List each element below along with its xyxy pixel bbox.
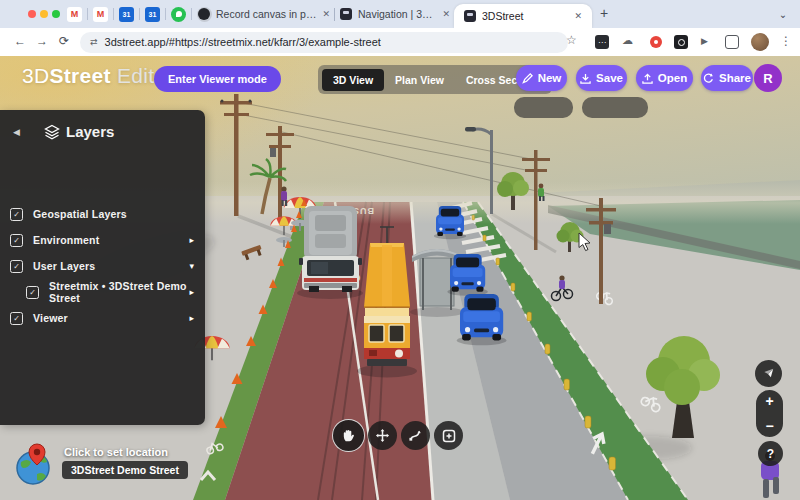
- traffic-zoom-button[interactable]: [52, 10, 60, 18]
- curve-tool-button[interactable]: [401, 421, 430, 450]
- tab-3d-view[interactable]: 3D View: [322, 69, 384, 91]
- calendar-icon[interactable]: 31: [119, 7, 134, 22]
- open-label: Open: [658, 72, 687, 84]
- divider: [334, 8, 335, 21]
- share-icon: [703, 73, 714, 84]
- divider: [191, 8, 192, 20]
- browser-tab[interactable]: Record canvas in posthog - Is ✕: [198, 0, 330, 28]
- layer-row-environment[interactable]: ✓ Environment ▸: [0, 227, 205, 253]
- layer-label: User Layers: [33, 260, 95, 272]
- tab-close-icon[interactable]: ✕: [442, 9, 450, 19]
- gmail-icon[interactable]: M: [67, 7, 82, 22]
- layer-label: Environment: [33, 234, 99, 246]
- zoom-controls: + −: [756, 390, 783, 437]
- share-button[interactable]: Share: [701, 65, 753, 91]
- add-entity-button[interactable]: [434, 421, 463, 450]
- shape-extension-icon[interactable]: [725, 35, 739, 49]
- mouse-cursor: [577, 232, 593, 252]
- reload-icon[interactable]: ⟳: [59, 34, 69, 48]
- calendar-icon[interactable]: 31: [145, 7, 160, 22]
- layer-label: Viewer: [33, 312, 68, 324]
- help-button[interactable]: ?: [758, 441, 783, 466]
- chevron-down-icon[interactable]: ▾: [189, 261, 194, 271]
- chevron-right-icon[interactable]: ▸: [189, 235, 194, 245]
- tab-search-chevron[interactable]: ⌄: [774, 5, 792, 23]
- new-tab-button[interactable]: +: [600, 5, 608, 21]
- ghost-pill: [582, 97, 648, 118]
- share-label: Share: [719, 72, 751, 84]
- open-button[interactable]: Open: [636, 65, 693, 91]
- layer-row-streetmix[interactable]: ✓ Streetmix • 3DStreet Demo Street ▸: [0, 279, 205, 305]
- logo-3d: 3D: [22, 64, 49, 87]
- tab-close-icon[interactable]: ✕: [322, 9, 330, 19]
- new-button[interactable]: New: [516, 65, 567, 91]
- site-favicon: [340, 8, 352, 20]
- street-name-label[interactable]: 3DStreet Demo Street: [62, 461, 188, 479]
- recenter-compass-button[interactable]: [755, 360, 782, 387]
- ghost-pill: [514, 97, 573, 118]
- layers-panel-header: ◀ Layers: [0, 120, 205, 146]
- divider: [87, 8, 88, 20]
- tab-close-icon[interactable]: ✕: [574, 11, 582, 21]
- new-label: New: [538, 72, 562, 84]
- profile-button[interactable]: R: [754, 64, 782, 92]
- curve-icon: [408, 428, 423, 443]
- layer-row-geospatial[interactable]: ✓ Geospatial Layers: [0, 201, 205, 227]
- tab-title: 3DStreet: [482, 10, 568, 22]
- zoom-out-button[interactable]: −: [765, 420, 773, 432]
- checkbox[interactable]: ✓: [10, 234, 23, 247]
- app-logo: 3DStreet Editor: [22, 64, 174, 88]
- layer-row-viewer[interactable]: ✓ Viewer ▸: [0, 305, 205, 331]
- browser-address-bar: ← → ⟳ ⇄ 3dstreet.app/#https://streetmix.…: [0, 28, 800, 56]
- record-extension-icon[interactable]: [650, 36, 662, 48]
- tab-title: Navigation | 3DStreet: [358, 8, 436, 20]
- browser-tab[interactable]: Navigation | 3DStreet ✕: [340, 0, 450, 28]
- bus[interactable]: [297, 206, 363, 299]
- hand-tool-button[interactable]: [332, 419, 365, 452]
- layer-label: Streetmix • 3DStreet Demo Street: [49, 280, 205, 304]
- whatsapp-icon[interactable]: [171, 7, 186, 22]
- collapse-panel-icon[interactable]: ◀: [13, 127, 20, 137]
- layer-row-user-layers[interactable]: ✓ User Layers ▾: [0, 253, 205, 279]
- traffic-minimize-button[interactable]: [40, 10, 48, 18]
- layers-panel-title: Layers: [66, 123, 114, 140]
- cloud-extension-icon[interactable]: ☁: [622, 34, 633, 47]
- zoom-in-button[interactable]: +: [765, 395, 773, 407]
- bookmark-icon[interactable]: ☆: [566, 33, 577, 47]
- checkbox[interactable]: ✓: [26, 286, 39, 299]
- omnibox[interactable]: ⇄ 3dstreet.app/#https://streetmix.net/kf…: [80, 32, 568, 53]
- move-tool-button[interactable]: [368, 421, 397, 450]
- save-button[interactable]: Save: [576, 65, 627, 91]
- enter-viewer-mode-button[interactable]: Enter Viewer mode: [154, 66, 281, 92]
- compass-icon: [761, 366, 776, 381]
- chevron-right-icon[interactable]: ▸: [189, 313, 194, 323]
- tab-title: Record canvas in posthog - Is: [216, 8, 316, 20]
- divider: [139, 8, 140, 20]
- checkbox[interactable]: ✓: [10, 312, 23, 325]
- browser-tab-active[interactable]: 3DStreet ✕: [454, 4, 592, 28]
- back-icon[interactable]: ←: [14, 34, 26, 48]
- forward-icon[interactable]: →: [36, 34, 48, 48]
- camera-extension-icon[interactable]: [674, 35, 688, 49]
- gmail-icon[interactable]: M: [93, 7, 108, 22]
- tab-plan-view[interactable]: Plan View: [384, 74, 455, 86]
- layers-icon: [44, 124, 60, 140]
- save-label: Save: [596, 72, 623, 84]
- video-extension-icon[interactable]: ▶: [701, 36, 708, 46]
- hand-icon: [341, 428, 356, 443]
- set-location-hint[interactable]: Click to set location: [64, 446, 168, 458]
- chevron-right-icon[interactable]: ▸: [189, 287, 194, 297]
- traffic-close-button[interactable]: [28, 10, 36, 18]
- profile-avatar[interactable]: [751, 33, 769, 51]
- site-favicon: [464, 10, 476, 22]
- checkbox[interactable]: ✓: [10, 208, 23, 221]
- extensions-icon[interactable]: ⋯: [595, 35, 609, 49]
- site-permissions-icon[interactable]: ⇄: [90, 37, 98, 47]
- divider: [113, 8, 114, 20]
- url-text: 3dstreet.app/#https://streetmix.net/kfar…: [105, 36, 381, 48]
- set-location-globe[interactable]: [13, 442, 57, 486]
- divider: [165, 8, 166, 20]
- browser-menu-icon[interactable]: ⋮: [780, 34, 792, 48]
- checkbox[interactable]: ✓: [10, 260, 23, 273]
- logo-street: Street: [49, 64, 110, 87]
